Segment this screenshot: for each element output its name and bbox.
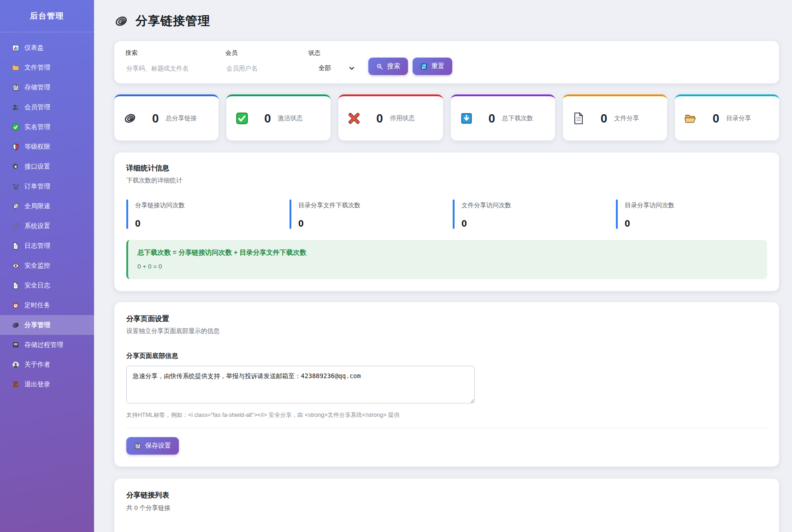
sidebar-item-speed-limit[interactable]: 全局限速 (0, 196, 94, 216)
document-icon (12, 282, 19, 289)
detail-stat-label: 目录分享文件下载次数 (298, 201, 361, 210)
sidebar-item-label: 存储管理 (24, 83, 50, 92)
detail-stat-item: 文件分享访问次数0 (453, 199, 604, 229)
member-label: 会员 (225, 49, 295, 57)
stat-card-label: 总下载次数 (502, 114, 533, 123)
detail-stat-item: 目录分享文件下载次数0 (290, 199, 441, 229)
sidebar-item-label: 系统设置 (24, 222, 50, 230)
reset-button[interactable]: 重置 (413, 58, 452, 75)
download-icon (460, 112, 473, 125)
wrench-icon (12, 222, 19, 230)
member-input[interactable] (225, 61, 295, 75)
sidebar-item-cron[interactable]: 定时任务 (0, 295, 94, 315)
html-tags-hint: 支持HTML标签，例如：<i class="fas fa-shield-alt"… (126, 411, 767, 419)
stat-card: 0总分享链接 (114, 94, 219, 140)
stat-card-value: 0 (152, 111, 159, 126)
main-content: 分享链接管理 搜索 会员 状态 全部 搜索 重置 0总分享链接0激活状态0停用状… (94, 0, 792, 532)
sidebar-menu: 仪表盘文件管理存储管理会员管理实名管理等级权限接口设置订单管理全局限速系统设置日… (0, 38, 94, 394)
sidebar-item-label: 定时任务 (24, 301, 50, 310)
share-link-list-count: 共 0 个分享链接 (126, 504, 767, 512)
sidebar-item-security-logs[interactable]: 安全日志 (0, 275, 94, 295)
sidebar-item-levels[interactable]: 等级权限 (0, 137, 94, 157)
save-settings-button[interactable]: 保存设置 (126, 437, 179, 455)
stat-cards-row: 0总分享链接0激活状态0停用状态0总下载次数0文件分享0目录分享 (114, 94, 779, 140)
status-select-value: 全部 (319, 64, 331, 72)
detail-stat-item: 分享链接访问次数0 (126, 199, 278, 229)
detail-stats-title: 详细统计信息 (126, 164, 767, 173)
monitor-icon (12, 341, 19, 349)
stat-card-value: 0 (376, 111, 383, 126)
page-title-text: 分享链接管理 (136, 13, 210, 29)
detail-stat-accent-bar (290, 199, 291, 229)
sidebar-item-dashboard[interactable]: 仪表盘 (0, 38, 94, 58)
eye-icon (12, 262, 19, 269)
detail-stat-accent-bar (616, 199, 618, 229)
search-input[interactable] (125, 61, 211, 75)
sidebar-item-system[interactable]: 系统设置 (0, 216, 94, 236)
status-select[interactable]: 全部 (308, 61, 356, 75)
paperclip-icon (114, 14, 128, 28)
footer-info-textarea[interactable]: 急速分享，由快传系统提供支持，举报与投诉请发送邮箱至：423889236@qq.… (126, 366, 475, 403)
status-label: 状态 (308, 49, 356, 57)
alarm-icon (12, 302, 19, 309)
door-icon (12, 381, 19, 388)
page-title: 分享链接管理 (114, 13, 779, 29)
search-icon (376, 63, 383, 70)
sidebar-item-procedures[interactable]: 存储过程管理 (0, 335, 94, 355)
floppy-icon (12, 84, 19, 91)
sidebar-item-label: 退出登录 (24, 380, 50, 389)
footer-info-label: 分享页面底部信息 (126, 352, 767, 360)
sidebar-item-label: 接口设置 (24, 163, 50, 171)
stat-card: 0停用状态 (338, 94, 443, 140)
sidebar-item-label: 全局限速 (24, 202, 50, 210)
search-field-group: 搜索 (125, 49, 211, 75)
gear-icon (12, 163, 19, 170)
detail-stat-accent-bar (453, 199, 455, 229)
share-link-list-card: 分享链接列表 共 0 个分享链接 (114, 479, 779, 532)
sidebar-item-label: 安全监控 (24, 262, 50, 270)
search-button[interactable]: 搜索 (368, 58, 408, 75)
stat-card-value: 0 (601, 111, 607, 126)
sidebar-item-logout[interactable]: 退出登录 (0, 374, 94, 394)
sidebar-item-label: 存储过程管理 (24, 341, 63, 349)
sidebar-item-security-watch[interactable]: 安全监控 (0, 256, 94, 275)
formula-value: 0 + 0 = 0 (137, 263, 758, 270)
share-page-settings-subtitle: 设置独立分享页面底部显示的信息 (126, 327, 767, 335)
filter-bar: 搜索 会员 状态 全部 搜索 重置 (114, 41, 779, 83)
sidebar-item-api-settings[interactable]: 接口设置 (0, 157, 94, 176)
stat-card-label: 停用状态 (390, 114, 415, 123)
sidebar-item-label: 仪表盘 (24, 44, 44, 52)
sidebar-item-realname[interactable]: 实名管理 (0, 117, 94, 137)
detail-stat-label: 文件分享访问次数 (461, 201, 511, 210)
sidebar-item-orders[interactable]: 订单管理 (0, 176, 94, 196)
sidebar: 后台管理 仪表盘文件管理存储管理会员管理实名管理等级权限接口设置订单管理全局限速… (0, 0, 94, 532)
stat-card-label: 总分享链接 (165, 114, 197, 123)
sidebar-item-files[interactable]: 文件管理 (0, 58, 94, 77)
cross-icon (348, 112, 361, 125)
settings-divider (126, 428, 767, 428)
sidebar-item-members[interactable]: 会员管理 (0, 97, 94, 117)
paperclip-icon (12, 322, 19, 329)
save-row: 保存设置 (126, 437, 767, 455)
detail-stat-label: 目录分享访问次数 (625, 201, 674, 210)
sidebar-item-storage[interactable]: 存储管理 (0, 77, 94, 97)
stat-card-label: 目录分享 (726, 114, 751, 123)
check-icon (12, 123, 19, 131)
paperclip-icon (124, 112, 136, 125)
bar-chart-icon (12, 44, 19, 52)
sidebar-item-logs[interactable]: 日志管理 (0, 236, 94, 256)
document-icon (12, 242, 19, 250)
reset-icon (420, 63, 427, 70)
sidebar-item-share[interactable]: 分享管理 (0, 315, 94, 335)
detail-stat-accent-bar (126, 199, 128, 229)
open-folder-icon (684, 112, 697, 125)
detail-stats-card: 详细统计信息 下载次数的详细统计 分享链接访问次数0目录分享文件下载次数0文件分… (114, 152, 779, 291)
detail-stat-value: 0 (461, 218, 511, 229)
sidebar-item-about-author[interactable]: 关于作者 (0, 355, 94, 374)
sidebar-item-label: 日志管理 (24, 242, 50, 250)
detail-stats-subtitle: 下载次数的详细统计 (126, 176, 767, 185)
detail-stat-item: 目录分享访问次数0 (616, 199, 767, 229)
stat-card-value: 0 (264, 111, 271, 126)
chevron-down-icon (348, 64, 355, 72)
sidebar-item-label: 实名管理 (24, 123, 50, 131)
